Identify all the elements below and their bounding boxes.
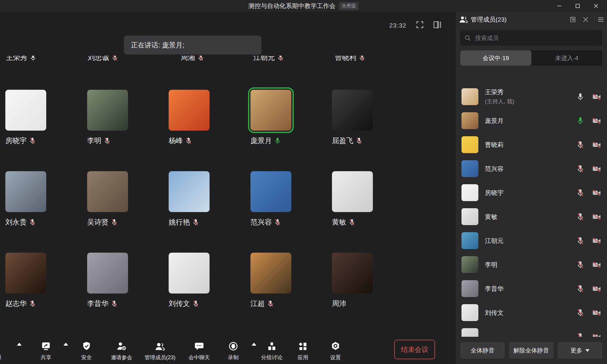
panel-menu-button[interactable] bbox=[594, 12, 607, 28]
fullscreen-button[interactable] bbox=[416, 21, 424, 30]
participant-tile[interactable]: 刘永贵 bbox=[5, 171, 56, 227]
participant-tile[interactable]: 杨峰 bbox=[169, 90, 219, 145]
participant-name: 周湘 bbox=[181, 56, 195, 62]
layout-switch-button[interactable] bbox=[433, 21, 442, 30]
bottom-toolbar: 频 共享 bbox=[0, 333, 455, 364]
member-row[interactable]: 李明 bbox=[456, 253, 607, 277]
participant-name: 刘传文 bbox=[169, 299, 190, 308]
toolbar-settings-button[interactable]: 设置 bbox=[330, 341, 341, 361]
member-row[interactable]: 曹晓莉 bbox=[456, 133, 607, 157]
unmute-all-button[interactable]: 解除全体静音 bbox=[509, 342, 553, 359]
member-row[interactable]: 李昔华 bbox=[456, 277, 607, 301]
member-row[interactable]: 刘传文 bbox=[456, 301, 607, 325]
maximize-button[interactable] bbox=[568, 0, 587, 12]
mute-all-button[interactable]: 全体静音 bbox=[460, 342, 505, 359]
close-panel-button[interactable] bbox=[579, 16, 592, 23]
participant-tile[interactable]: 范兴容 bbox=[250, 171, 301, 227]
member-name: 王荣秀 bbox=[485, 88, 514, 96]
video-options-caret[interactable] bbox=[17, 343, 22, 346]
mic-icon[interactable] bbox=[577, 165, 584, 173]
speaking-frame bbox=[332, 171, 373, 212]
member-search-input[interactable] bbox=[475, 34, 598, 42]
participant-tile[interactable]: 屈盈飞 bbox=[332, 90, 382, 145]
participant-tile[interactable]: 江超 bbox=[250, 253, 301, 308]
toolbar-record-button[interactable]: 录制 bbox=[228, 341, 239, 361]
camera-icon[interactable] bbox=[592, 213, 601, 221]
member-avatar bbox=[461, 160, 478, 177]
popout-panel-button[interactable] bbox=[566, 16, 579, 23]
participant-tile[interactable]: 黄敏 bbox=[332, 171, 382, 227]
member-row[interactable]: 黄敏 bbox=[456, 205, 607, 229]
toolbar-breakout-button[interactable]: 分组讨论 bbox=[261, 341, 282, 361]
member-avatar bbox=[461, 136, 478, 153]
participant-tile[interactable]: 姚行艳 bbox=[169, 171, 219, 227]
end-meeting-button[interactable]: 结束会议 bbox=[394, 340, 435, 359]
camera-icon[interactable] bbox=[592, 237, 601, 245]
camera-icon[interactable] bbox=[592, 261, 601, 269]
participant-tile[interactable]: 李昔华 bbox=[87, 253, 138, 308]
participant-name: 房晓宇 bbox=[5, 136, 27, 145]
participant-tile[interactable]: 周沛 bbox=[332, 253, 382, 308]
mic-icon[interactable] bbox=[577, 141, 584, 149]
more-button[interactable]: 更多 bbox=[558, 342, 602, 359]
mic-icon[interactable] bbox=[577, 117, 584, 125]
participant-tile[interactable]: 刘传文 bbox=[169, 253, 219, 308]
record-options-caret[interactable] bbox=[252, 343, 256, 346]
minimize-button[interactable] bbox=[550, 0, 568, 12]
toolbar-apps-button[interactable]: 应用 bbox=[298, 341, 308, 361]
participant-tile[interactable]: 吴诗贤 bbox=[87, 171, 138, 227]
camera-icon[interactable] bbox=[592, 165, 601, 173]
camera-icon[interactable] bbox=[592, 309, 601, 317]
toolbar-chat-button[interactable]: 会中聊天 bbox=[189, 341, 210, 361]
participant-name-clipped: 刘忠诚 bbox=[88, 56, 118, 62]
toolbar-label: 安全 bbox=[81, 354, 92, 361]
toolbar-members-button[interactable]: 管理成员(23) bbox=[145, 341, 175, 361]
camera-icon[interactable] bbox=[592, 117, 601, 125]
camera-icon[interactable] bbox=[592, 93, 601, 101]
member-row[interactable]: 范兴容 bbox=[456, 157, 607, 181]
speaking-frame bbox=[169, 253, 210, 294]
speaking-frame bbox=[87, 90, 128, 131]
member-avatar bbox=[461, 328, 478, 337]
camera-icon[interactable] bbox=[592, 333, 601, 337]
participant-tile[interactable]: 李明 bbox=[87, 90, 138, 145]
mic-icon[interactable] bbox=[577, 213, 584, 221]
participant-name: 江超 bbox=[250, 299, 265, 308]
mic-icon[interactable] bbox=[577, 309, 584, 317]
mic-icon[interactable] bbox=[577, 261, 584, 269]
tab-in-meeting[interactable]: 会议中·19 bbox=[460, 50, 531, 66]
member-avatar bbox=[461, 304, 478, 321]
mic-icon[interactable] bbox=[577, 285, 584, 293]
participant-tile[interactable]: 赵志华 bbox=[5, 253, 56, 308]
member-row[interactable]: 房晓宇 bbox=[456, 181, 607, 205]
member-row[interactable] bbox=[456, 325, 607, 337]
share-options-caret[interactable] bbox=[63, 343, 68, 346]
member-row[interactable]: 王荣秀 (主持人, 我) bbox=[456, 85, 607, 109]
camera-icon[interactable] bbox=[592, 189, 601, 197]
mic-icon[interactable] bbox=[577, 237, 584, 245]
tab-not-joined[interactable]: 未进入·4 bbox=[531, 50, 603, 66]
member-search-box[interactable] bbox=[460, 30, 602, 46]
participant-tile[interactable]: 庞景月 bbox=[250, 90, 301, 145]
camera-icon[interactable] bbox=[592, 141, 601, 149]
toolbar-security-button[interactable]: 安全 bbox=[81, 341, 92, 361]
chat-icon bbox=[194, 341, 204, 351]
participant-tile[interactable]: 房晓宇 bbox=[5, 90, 56, 145]
members-panel: 管理成员(23) bbox=[455, 12, 607, 364]
camera-icon[interactable] bbox=[592, 285, 601, 293]
mic-icon[interactable] bbox=[577, 93, 584, 101]
close-button[interactable] bbox=[587, 0, 605, 12]
mic-icon bbox=[359, 56, 365, 61]
video-button-clipped[interactable]: 频 bbox=[0, 353, 1, 360]
member-row[interactable]: 庞景月 bbox=[456, 109, 607, 133]
mic-icon[interactable] bbox=[577, 189, 584, 197]
member-list[interactable]: 王荣秀 (主持人, 我) 庞景月 bbox=[456, 82, 607, 337]
mic-icon[interactable] bbox=[577, 333, 584, 337]
participant-avatar bbox=[87, 90, 128, 131]
invite-person-icon bbox=[117, 341, 126, 351]
member-row[interactable]: 江朝元 bbox=[456, 229, 607, 253]
toolbar-share-button[interactable]: 共享 bbox=[41, 341, 51, 361]
toolbar-invite-button[interactable]: 邀请参会 bbox=[111, 341, 132, 361]
fullscreen-icon bbox=[416, 21, 424, 29]
participant-avatar bbox=[169, 253, 210, 294]
